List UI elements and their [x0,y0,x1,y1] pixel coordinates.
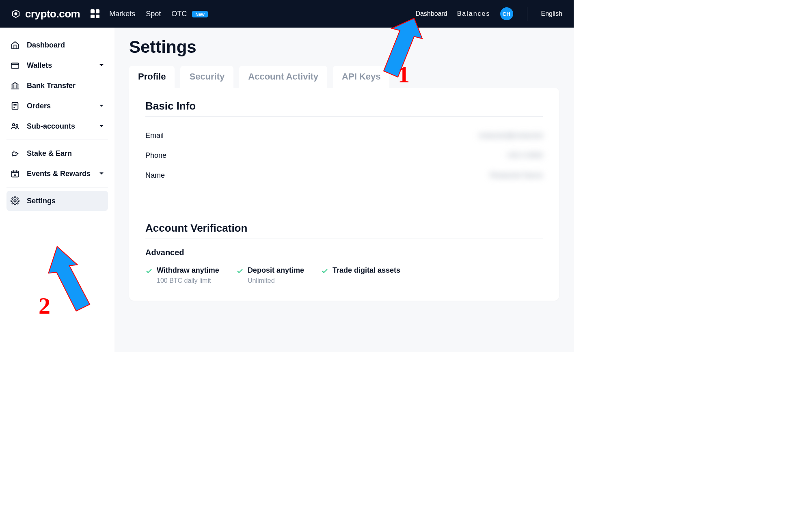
sidebar-item-label: Stake & Earn [27,149,72,158]
sidebar-item-label: Events & Rewards [27,170,91,178]
sidebar-item-label: Wallets [27,61,52,70]
tab-api-keys[interactable]: API Keys [333,66,389,88]
nav-spot[interactable]: Spot [146,10,161,18]
chevron-down-icon [99,102,104,110]
sidebar-item-orders[interactable]: Orders [6,96,108,116]
basic-info-heading: Basic Info [145,100,543,112]
chevron-down-icon [99,122,104,131]
name-label: Name [145,171,165,180]
tab-security[interactable]: Security [180,66,233,88]
chevron-down-icon [99,61,104,70]
brand-hex-icon [11,9,20,18]
sidebar-item-label: Orders [27,102,51,110]
home-icon [11,41,19,50]
section-rule [145,116,543,117]
name-value: Redacted Name [490,171,543,180]
header-nav: Markets Spot OTC New [109,10,208,18]
email-value: redacted@redacted [479,131,543,140]
tab-account-activity[interactable]: Account Activity [239,66,327,88]
svg-rect-2 [11,63,19,69]
info-row-email: Email redacted@redacted [145,126,543,146]
sidebar-divider [6,187,108,187]
header-right: Dashboard Balances CH English [415,7,562,21]
feature-title: Deposit anytime [248,266,304,275]
avatar[interactable]: CH [500,7,513,20]
verification-advanced: Advanced [145,248,543,257]
sidebar-item-settings[interactable]: Settings [6,191,108,211]
nav-otc-label: OTC [171,10,187,18]
nav-otc[interactable]: OTC New [171,10,208,18]
feature-sub: Unlimited [248,277,304,284]
brand-name: crypto.com [25,8,80,20]
nav-dashboard[interactable]: Dashboard [415,10,447,17]
feature-title: Withdraw anytime [157,266,219,275]
sidebar-divider [6,140,108,140]
page-title: Settings [129,37,559,57]
new-badge: New [192,11,208,17]
svg-point-1 [15,13,17,15]
feature-withdraw: Withdraw anytime 100 BTC daily limit [145,266,219,284]
settings-tabs: Profile Security Account Activity API Ke… [129,66,559,88]
phone-value: +00 0 0000 [506,151,543,160]
svg-point-8 [16,125,18,127]
email-label: Email [145,131,164,140]
tab-profile[interactable]: Profile [129,66,175,88]
sidebar: Dashboard Wallets Bank Transfer Orders S… [0,28,114,352]
nav-balances[interactable]: Balances [457,10,490,17]
feature-trade: Trade digital assets [321,266,400,284]
verification-heading: Account Verification [145,222,543,235]
gear-icon [11,196,19,205]
sidebar-item-sub-accounts[interactable]: Sub-accounts [6,116,108,136]
app-root: crypto.com Markets Spot OTC New Dashboar… [0,0,574,352]
sidebar-item-bank-transfer[interactable]: Bank Transfer [6,75,108,96]
svg-point-10 [15,153,16,153]
sidebar-item-events-rewards[interactable]: Events & Rewards [6,164,108,184]
calendar-star-icon [11,169,19,178]
top-header: crypto.com Markets Spot OTC New Dashboar… [0,0,574,28]
section-rule [145,239,543,239]
sidebar-item-label: Dashboard [27,41,65,50]
check-icon [236,267,244,275]
wallet-icon [11,61,19,70]
bank-icon [11,81,19,90]
orders-icon [11,101,19,110]
sidebar-item-stake-earn[interactable]: Stake & Earn [6,143,108,164]
phone-label: Phone [145,151,166,160]
feature-sub: 100 BTC daily limit [157,277,219,284]
sidebar-item-wallets[interactable]: Wallets [6,55,108,75]
feature-deposit: Deposit anytime Unlimited [236,266,304,284]
sidebar-item-label: Bank Transfer [27,82,76,90]
header-divider [527,7,527,21]
profile-card: Basic Info Email redacted@redacted Phone… [129,88,559,301]
layout: Dashboard Wallets Bank Transfer Orders S… [0,28,574,352]
brand-logo[interactable]: crypto.com [11,8,80,20]
svg-point-7 [13,124,15,126]
piggy-bank-icon [11,149,19,158]
svg-point-15 [14,200,16,202]
sidebar-item-label: Settings [27,197,56,205]
info-row-phone: Phone +00 0 0000 [145,146,543,166]
check-icon [145,267,153,275]
chevron-down-icon [99,170,104,178]
check-icon [321,267,328,275]
svg-point-9 [12,152,17,155]
sidebar-item-label: Sub-accounts [27,122,75,131]
language-selector[interactable]: English [541,10,562,17]
nav-markets[interactable]: Markets [109,10,135,18]
verification-features: Withdraw anytime 100 BTC daily limit Dep… [145,266,543,284]
users-icon [11,122,19,131]
sidebar-item-dashboard[interactable]: Dashboard [6,35,108,55]
main-content: Settings Profile Security Account Activi… [114,28,574,352]
feature-title: Trade digital assets [333,266,400,275]
apps-grid-icon[interactable] [91,9,99,18]
info-row-name: Name Redacted Name [145,166,543,185]
